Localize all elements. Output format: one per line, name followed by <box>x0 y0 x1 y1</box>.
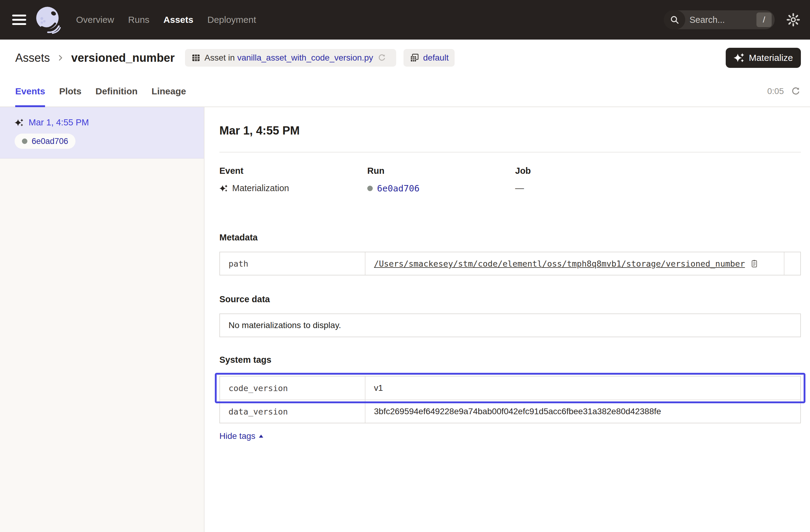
run-column-label: Run <box>367 166 515 176</box>
metadata-table-end-cell <box>784 252 800 275</box>
event-detail-panel: Mar 1, 4:55 PM Event Materialization Run <box>205 107 810 532</box>
metadata-key: path <box>220 252 366 275</box>
job-empty-value: — <box>515 183 524 193</box>
search-input[interactable] <box>685 15 740 25</box>
top-navigation: Overview Runs Assets Deployment / <box>0 0 810 39</box>
tag-value: 3bfc269594ef649228e9a74bab00f042efc91d5a… <box>366 400 800 423</box>
run-status-dot-icon <box>22 139 27 144</box>
nav-item-assets[interactable]: Assets <box>163 15 193 25</box>
metadata-path-link[interactable]: /Users/smackesey/stm/code/elementl/oss/t… <box>374 259 745 269</box>
materialize-button-label: Materialize <box>749 53 793 63</box>
copy-clipboard-icon[interactable] <box>750 259 759 268</box>
sparkle-icon <box>734 52 745 63</box>
materialization-sparkle-icon <box>220 184 228 193</box>
asset-group-icon <box>409 53 419 63</box>
dagster-logo-icon[interactable] <box>35 6 63 34</box>
event-column-label: Event <box>220 166 367 176</box>
nav-item-runs[interactable]: Runs <box>128 15 149 25</box>
source-data-box: No materializations to display. <box>220 313 801 337</box>
metadata-table: path /Users/smackesey/stm/code/elementl/… <box>220 252 801 275</box>
event-type-value: Materialization <box>232 183 289 193</box>
event-timestamp-link[interactable]: Mar 1, 4:55 PM <box>29 117 89 128</box>
run-id-link[interactable]: 6e0ad706 <box>377 183 420 194</box>
group-link[interactable]: default <box>423 53 449 63</box>
run-id-label: 6e0ad706 <box>32 136 68 146</box>
tag-key: code_version <box>220 376 366 400</box>
materialization-sparkle-icon <box>15 118 24 127</box>
hamburger-menu-icon[interactable] <box>12 15 26 25</box>
nav-item-deployment[interactable]: Deployment <box>207 15 256 25</box>
breadcrumb-assets-link[interactable]: Assets <box>15 51 50 65</box>
tab-events[interactable]: Events <box>15 76 45 107</box>
tag-key: data_version <box>220 400 366 423</box>
event-detail-heading: Mar 1, 4:55 PM <box>220 124 801 137</box>
global-search[interactable]: / <box>664 10 775 29</box>
event-list-item[interactable]: Mar 1, 4:55 PM 6e0ad706 <box>0 107 204 159</box>
metadata-heading: Metadata <box>220 232 801 243</box>
refresh-icon[interactable] <box>791 86 801 96</box>
run-id-pill[interactable]: 6e0ad706 <box>15 134 76 149</box>
materialize-button[interactable]: Materialize <box>726 48 801 68</box>
search-shortcut-key: / <box>757 13 772 27</box>
divider <box>220 152 801 152</box>
table-row-code-version: code_version v1 <box>220 376 800 400</box>
settings-button[interactable] <box>786 13 800 27</box>
caret-up-icon <box>258 434 264 438</box>
table-grid-icon <box>191 53 201 63</box>
table-row-data-version: data_version 3bfc269594ef649228e9a74bab0… <box>220 400 800 423</box>
run-status-dot-icon <box>367 186 373 191</box>
asset-badge-prefix: Asset in <box>205 53 235 63</box>
system-tags-heading: System tags <box>220 355 801 365</box>
event-summary-columns: Event Materialization Run 6e0ad706 <box>220 166 801 194</box>
hide-tags-link[interactable]: Hide tags <box>220 431 264 441</box>
system-tags-table: code_version v1 data_version 3bfc269594e… <box>220 376 801 423</box>
chevron-right-icon <box>56 53 65 62</box>
event-list-sidebar: Mar 1, 4:55 PM 6e0ad706 <box>0 107 205 532</box>
source-data-heading: Source data <box>220 294 801 304</box>
search-icon <box>664 10 685 29</box>
primary-nav: Overview Runs Assets Deployment <box>76 15 256 25</box>
asset-page-header: Assets versioned_number Asset in vanilla… <box>0 39 810 76</box>
tag-value: v1 <box>366 376 800 400</box>
hide-tags-label: Hide tags <box>220 431 255 441</box>
source-data-empty-message: No materializations to display. <box>228 321 341 330</box>
asset-tabs: Events Plots Definition Lineage 0:05 <box>0 76 810 107</box>
job-column-label: Job <box>515 166 531 176</box>
tab-lineage[interactable]: Lineage <box>151 76 186 107</box>
tab-plots[interactable]: Plots <box>59 76 81 107</box>
asset-file-link[interactable]: vanilla_asset_with_code_version.py <box>237 53 373 63</box>
refresh-countdown: 0:05 <box>767 86 784 96</box>
asset-group-badge[interactable]: default <box>404 49 455 67</box>
page-title: versioned_number <box>71 51 175 65</box>
gear-icon <box>786 13 800 27</box>
reload-code-location-icon[interactable] <box>377 53 386 62</box>
asset-definition-badge[interactable]: Asset in vanilla_asset_with_code_version… <box>185 49 396 67</box>
nav-item-overview[interactable]: Overview <box>76 15 114 25</box>
tab-definition[interactable]: Definition <box>96 76 137 107</box>
